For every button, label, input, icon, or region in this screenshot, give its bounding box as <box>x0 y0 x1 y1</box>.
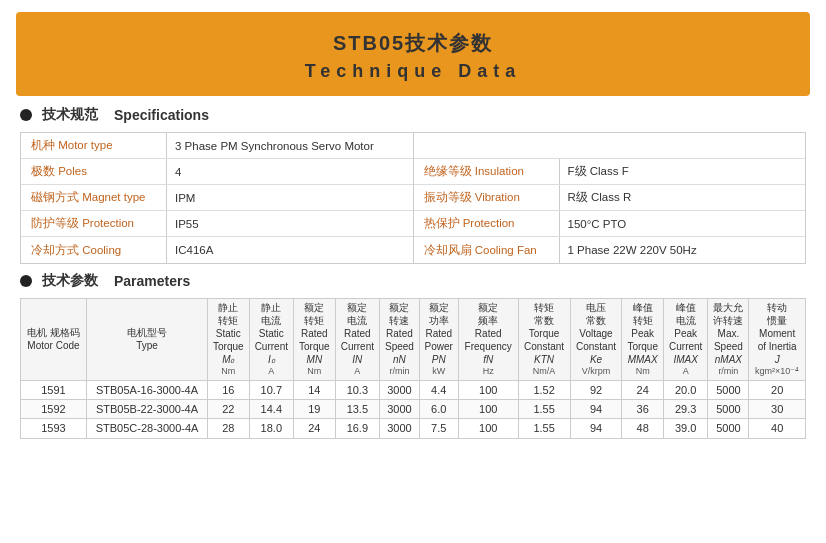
spec-value: 1 Phase 22W 220V 50Hz <box>560 241 806 259</box>
table-cell: 1.55 <box>518 399 570 418</box>
table-cell: STB05C-28-3000-4A <box>86 419 207 438</box>
spec-label: 机种 Motor type <box>21 135 166 156</box>
col-header-5: 额定电流RatedCurrentINA <box>335 299 380 381</box>
col-header-0: 电机 规格码Motor Code <box>21 299 87 381</box>
spec-row-left-3: 防护等级 Protection IP55 <box>21 211 413 237</box>
table-cell: 36 <box>622 399 663 418</box>
col-header-11: 峰值转矩PeakTorqueMMAXNm <box>622 299 663 381</box>
table-cell: 48 <box>622 419 663 438</box>
table-cell: 20.0 <box>663 380 708 399</box>
table-cell: 20 <box>749 380 806 399</box>
header-banner: STB05技术参数 Technique Data <box>16 12 810 96</box>
table-cell: 16 <box>208 380 249 399</box>
spec-row-filler <box>414 133 806 159</box>
table-cell: 10.7 <box>249 380 294 399</box>
table-cell: 3000 <box>380 380 420 399</box>
specs-right-col: 绝缘等级 Insulation F级 Class F 振动等级 Vibratio… <box>414 133 806 263</box>
spec-row-right-1: 振动等级 Vibration R级 Class R <box>414 185 806 211</box>
table-cell: 1.52 <box>518 380 570 399</box>
spec-label: 冷却方式 Cooling <box>21 240 166 261</box>
params-label-en: Parameters <box>114 273 190 289</box>
col-header-14: 转动惯量Momentof InertiaJkgm²×10⁻⁴ <box>749 299 806 381</box>
table-cell: 6.0 <box>419 399 458 418</box>
table-cell: 14 <box>294 380 335 399</box>
col-header-10: 电压常数VoltageConstantKeV/krpm <box>570 299 622 381</box>
table-cell: 5000 <box>708 399 749 418</box>
spec-row-right-3: 冷却风扇 Cooling Fan 1 Phase 22W 220V 50Hz <box>414 237 806 263</box>
table-row: 1592STB05B-22-3000-4A2214.41913.530006.0… <box>21 399 806 418</box>
params-table: 电机 规格码Motor Code电机型号Type静止转矩StaticTorque… <box>20 298 806 439</box>
spec-label: 振动等级 Vibration <box>414 187 559 208</box>
spec-value: 4 <box>167 163 413 181</box>
table-cell: 7.5 <box>419 419 458 438</box>
table-cell: 24 <box>294 419 335 438</box>
table-cell: 100 <box>458 380 518 399</box>
spec-label: 绝缘等级 Insulation <box>414 161 559 182</box>
specs-left-col: 机种 Motor type 3 Phase PM Synchronous Ser… <box>21 133 413 263</box>
table-cell: 92 <box>570 380 622 399</box>
col-header-7: 额定功率RatedPowerPNkW <box>419 299 458 381</box>
spec-value: 150°C PTO <box>560 215 806 233</box>
spec-value: 3 Phase PM Synchronous Servo Motor <box>167 137 413 155</box>
table-cell: 10.3 <box>335 380 380 399</box>
col-header-4: 额定转矩RatedTorqueMNNm <box>294 299 335 381</box>
table-cell: 28 <box>208 419 249 438</box>
col-header-1: 电机型号Type <box>86 299 207 381</box>
table-cell: 24 <box>622 380 663 399</box>
params-label-cn: 技术参数 <box>42 272 98 290</box>
table-cell: 1593 <box>21 419 87 438</box>
spec-row-left-1: 极数 Poles 4 <box>21 159 413 185</box>
table-cell: 19 <box>294 399 335 418</box>
spec-value: R级 Class R <box>560 187 806 208</box>
table-cell: 1592 <box>21 399 87 418</box>
spec-value: IC416A <box>167 241 413 259</box>
table-cell: 100 <box>458 399 518 418</box>
params-section-title: 技术参数 Parameters <box>20 272 806 290</box>
col-header-9: 转矩常数TorqueConstantKTNNm/A <box>518 299 570 381</box>
spec-row-right-0: 绝缘等级 Insulation F级 Class F <box>414 159 806 185</box>
table-cell: 4.4 <box>419 380 458 399</box>
table-cell: STB05A-16-3000-4A <box>86 380 207 399</box>
spec-label: 冷却风扇 Cooling Fan <box>414 240 559 261</box>
table-cell: 30 <box>749 399 806 418</box>
table-row: 1593STB05C-28-3000-4A2818.02416.930007.5… <box>21 419 806 438</box>
specs-bullet <box>20 109 32 121</box>
col-header-2: 静止转矩StaticTorqueM₀Nm <box>208 299 249 381</box>
table-cell: 29.3 <box>663 399 708 418</box>
table-cell: 22 <box>208 399 249 418</box>
spec-value: IP55 <box>167 215 413 233</box>
table-cell: STB05B-22-3000-4A <box>86 399 207 418</box>
col-header-3: 静止电流StaticCurrentI₀A <box>249 299 294 381</box>
specs-label-en: Specifications <box>114 107 209 123</box>
table-cell: 39.0 <box>663 419 708 438</box>
spec-row-right-2: 热保护 Protection 150°C PTO <box>414 211 806 237</box>
spec-row-left-4: 冷却方式 Cooling IC416A <box>21 237 413 263</box>
params-table-wrapper: 电机 规格码Motor Code电机型号Type静止转矩StaticTorque… <box>20 298 806 439</box>
table-cell: 94 <box>570 399 622 418</box>
table-cell: 3000 <box>380 419 420 438</box>
spec-row-left-2: 磁钢方式 Magnet type IPM <box>21 185 413 211</box>
col-header-6: 额定转速RatedSpeednNr/min <box>380 299 420 381</box>
table-cell: 14.4 <box>249 399 294 418</box>
table-cell: 5000 <box>708 419 749 438</box>
table-cell: 1591 <box>21 380 87 399</box>
specs-table: 机种 Motor type 3 Phase PM Synchronous Ser… <box>20 132 806 264</box>
table-cell: 1.55 <box>518 419 570 438</box>
table-cell: 16.9 <box>335 419 380 438</box>
spec-label: 热保护 Protection <box>414 213 559 234</box>
spec-label: 磁钢方式 Magnet type <box>21 187 166 208</box>
specs-label-cn: 技术规范 <box>42 106 98 124</box>
table-cell: 100 <box>458 419 518 438</box>
params-bullet <box>20 275 32 287</box>
table-cell: 13.5 <box>335 399 380 418</box>
spec-value: F级 Class F <box>560 161 806 182</box>
col-header-13: 最大允许转速Max.SpeednMAXr/min <box>708 299 749 381</box>
col-header-12: 峰值电流PeakCurrentIMAXA <box>663 299 708 381</box>
table-cell: 40 <box>749 419 806 438</box>
table-cell: 3000 <box>380 399 420 418</box>
specs-section-title: 技术规范 Specifications <box>20 106 806 124</box>
spec-label: 防护等级 Protection <box>21 213 166 234</box>
table-cell: 18.0 <box>249 419 294 438</box>
header-title-cn: STB05技术参数 <box>26 30 800 57</box>
spec-row-left-0: 机种 Motor type 3 Phase PM Synchronous Ser… <box>21 133 413 159</box>
